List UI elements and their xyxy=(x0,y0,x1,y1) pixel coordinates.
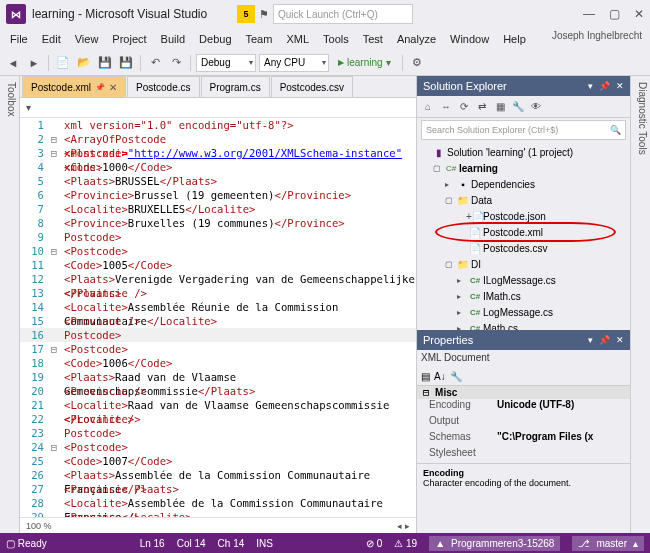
menu-team[interactable]: Team xyxy=(240,31,279,47)
warning-count[interactable]: ⚠ 19 xyxy=(394,538,417,549)
tab-postcodes-csv[interactable]: Postcodes.csv xyxy=(271,76,353,97)
menu-test[interactable]: Test xyxy=(357,31,389,47)
notifications-badge[interactable]: 5 xyxy=(237,5,255,23)
status-ln[interactable]: Ln 16 xyxy=(140,538,165,549)
code-line[interactable]: 10⊟ <Postcode> xyxy=(20,244,416,258)
tool-button[interactable]: ⚙ xyxy=(408,54,426,72)
platform-combo[interactable]: Any CPU xyxy=(259,54,329,72)
refresh-icon[interactable]: ⟳ xyxy=(457,100,471,114)
alpha-icon[interactable]: A↓ xyxy=(434,371,446,382)
flag-icon[interactable]: ⚑ xyxy=(259,8,269,21)
code-line[interactable]: 27 <Provincie /> xyxy=(20,482,416,496)
undo-button[interactable]: ↶ xyxy=(146,54,164,72)
tree-item-logmessage-cs[interactable]: ▸C#LogMessage.cs xyxy=(417,304,630,320)
categorize-icon[interactable]: ▤ xyxy=(421,371,430,382)
pin-icon[interactable]: 📌 xyxy=(95,83,105,92)
code-line[interactable]: 6 <Provincie>Brussel (19 gemeenten)</Pro… xyxy=(20,188,416,202)
tree-item-math-cs[interactable]: ▸C#Math.cs xyxy=(417,320,630,330)
code-line[interactable]: 2⊟<ArrayOfPostcode xmlns:xsi="http://www… xyxy=(20,132,416,146)
preview-icon[interactable]: 👁 xyxy=(529,100,543,114)
prop-output[interactable]: Output xyxy=(417,415,630,431)
code-line[interactable]: 14 <Localite>Assemblée Réunie de la Comm… xyxy=(20,300,416,314)
menu-debug[interactable]: Debug xyxy=(193,31,237,47)
code-line[interactable]: 22 <Province /> xyxy=(20,412,416,426)
home-icon[interactable]: ⌂ xyxy=(421,100,435,114)
code-line[interactable]: 12 <Plaats>Verenigde Vergadering van de … xyxy=(20,272,416,286)
status-col[interactable]: Col 14 xyxy=(177,538,206,549)
menu-view[interactable]: View xyxy=(69,31,105,47)
menu-help[interactable]: Help xyxy=(497,31,532,47)
properties-icon[interactable]: 🔧 xyxy=(511,100,525,114)
code-line[interactable]: 16 Postcode> xyxy=(20,328,416,342)
zoom-level[interactable]: 100 % xyxy=(26,521,52,531)
code-line[interactable]: 24⊟ <Postcode> xyxy=(20,440,416,454)
tree-item-postcode-json[interactable]: +📄Postcode.json xyxy=(417,208,630,224)
properties-category[interactable]: ⊟ Misc xyxy=(417,386,630,399)
code-line[interactable]: 23 Postcode> xyxy=(20,426,416,440)
pin-icon[interactable]: 📌 xyxy=(599,335,610,345)
open-button[interactable]: 📂 xyxy=(75,54,93,72)
code-line[interactable]: 4 <Code>1000</Code> xyxy=(20,160,416,174)
close-button[interactable]: ✕ xyxy=(634,7,644,21)
menu-analyze[interactable]: Analyze xyxy=(391,31,442,47)
config-combo[interactable]: Debug xyxy=(196,54,256,72)
redo-button[interactable]: ↷ xyxy=(167,54,185,72)
code-line[interactable]: 19 <Plaats>Raad van de Vlaamse Gemeensch… xyxy=(20,370,416,384)
menu-file[interactable]: File xyxy=(4,31,34,47)
prop-schemas[interactable]: Schemas"C:\Program Files (x xyxy=(417,431,630,447)
close-icon[interactable]: ✕ xyxy=(616,81,624,91)
minimize-button[interactable]: — xyxy=(583,7,595,21)
tree-item-learning[interactable]: ▢C#learning xyxy=(417,160,630,176)
status-ch[interactable]: Ch 14 xyxy=(218,538,245,549)
pin-icon[interactable]: 📌 xyxy=(599,81,610,91)
tree-item-dependencies[interactable]: ▸▪Dependencies xyxy=(417,176,630,192)
menu-project[interactable]: Project xyxy=(106,31,152,47)
signed-in-user[interactable]: Joseph Inghelbrecht xyxy=(544,28,650,43)
status-ins[interactable]: INS xyxy=(256,538,273,549)
nav-fwd-button[interactable]: ► xyxy=(25,54,43,72)
menu-build[interactable]: Build xyxy=(155,31,191,47)
code-line[interactable]: 1xml version="1.0" encoding="utf-8"?> xyxy=(20,118,416,132)
git-branch[interactable]: ⎇ master ▴ xyxy=(572,536,644,551)
code-line[interactable]: 13 <Provincie /> xyxy=(20,286,416,300)
code-line[interactable]: 17⊟ <Postcode> xyxy=(20,342,416,356)
menu-edit[interactable]: Edit xyxy=(36,31,67,47)
menu-tools[interactable]: Tools xyxy=(317,31,355,47)
tree-item-postcodes-csv[interactable]: 📄Postcodes.csv xyxy=(417,240,630,256)
git-repo[interactable]: ▲ Programmeren3-15268 xyxy=(429,536,560,551)
code-line[interactable]: 3⊟ <Postcode> xyxy=(20,146,416,160)
panel-menu-icon[interactable]: ▾ xyxy=(588,81,593,91)
menu-window[interactable]: Window xyxy=(444,31,495,47)
code-line[interactable]: 18 <Code>1006</Code> xyxy=(20,356,416,370)
close-icon[interactable]: ✕ xyxy=(109,82,117,93)
editor-breadcrumb[interactable]: ▾ xyxy=(20,98,416,118)
maximize-button[interactable]: ▢ xyxy=(609,7,620,21)
prop-encoding[interactable]: EncodingUnicode (UTF-8) xyxy=(417,399,630,415)
code-line[interactable]: 9 Postcode> xyxy=(20,230,416,244)
nav-back-button[interactable]: ◄ xyxy=(4,54,22,72)
code-line[interactable]: 20 <Provincie /> xyxy=(20,384,416,398)
code-line[interactable]: 29 <Province /> xyxy=(20,510,416,517)
panel-menu-icon[interactable]: ▾ xyxy=(588,335,593,345)
code-line[interactable]: 25 <Code>1007</Code> xyxy=(20,454,416,468)
code-line[interactable]: 26 <Plaats>Assemblée de la Commission Co… xyxy=(20,468,416,482)
toolbox-rail[interactable]: Toolbox xyxy=(0,76,20,533)
diagnostic-tools-rail[interactable]: Diagnostic Tools xyxy=(630,76,650,533)
menu-xml[interactable]: XML xyxy=(280,31,315,47)
tree-item-postcode-xml[interactable]: 📄Postcode.xml xyxy=(417,224,630,240)
tree-item-data[interactable]: ▢📁Data xyxy=(417,192,630,208)
scroll-indicator[interactable]: ◂ ▸ xyxy=(397,521,410,531)
solution-explorer-search[interactable]: Search Solution Explorer (Ctrl+$)🔍 xyxy=(421,120,626,140)
prop-stylesheet[interactable]: Stylesheet xyxy=(417,447,630,463)
code-line[interactable]: 21 <Localite>Raad van de Vlaamse Gemeens… xyxy=(20,398,416,412)
wrench-icon[interactable]: 🔧 xyxy=(450,371,462,382)
code-editor[interactable]: 1xml version="1.0" encoding="utf-8"?>2⊟<… xyxy=(20,118,416,517)
collapse-icon[interactable]: ↔ xyxy=(439,100,453,114)
code-line[interactable]: 28 <Localite>Assemblée de la Commission … xyxy=(20,496,416,510)
error-count[interactable]: ⊘ 0 xyxy=(366,538,382,549)
tab-postcode-cs[interactable]: Postcode.cs xyxy=(127,76,199,97)
tab-program-cs[interactable]: Program.cs xyxy=(201,76,270,97)
quick-launch-input[interactable]: Quick Launch (Ctrl+Q) xyxy=(273,4,413,24)
tree-item-di[interactable]: ▢📁DI xyxy=(417,256,630,272)
code-line[interactable]: 5 <Plaats>BRUSSEL</Plaats> xyxy=(20,174,416,188)
